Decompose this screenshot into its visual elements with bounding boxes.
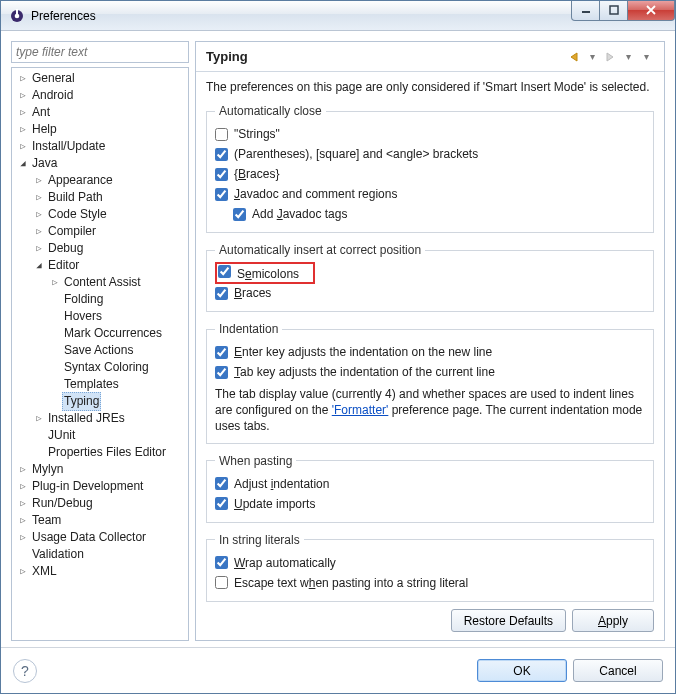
expand-icon[interactable]: ▷ [16, 512, 30, 529]
cb-enter[interactable] [215, 346, 228, 359]
tree-item-label: Typing [62, 392, 101, 411]
tree-item[interactable]: ▷Mylyn [12, 461, 188, 478]
tree-item[interactable]: Syntax Coloring [12, 359, 188, 376]
group-strings-legend: In string literals [215, 533, 304, 547]
expand-icon[interactable]: ▷ [16, 104, 30, 121]
cancel-button[interactable]: Cancel [573, 659, 663, 682]
titlebar: Preferences [1, 1, 675, 31]
apply-button[interactable]: Apply [572, 609, 654, 632]
tree-item[interactable]: ▷General [12, 70, 188, 87]
cb-parens[interactable] [215, 148, 228, 161]
tree-item[interactable]: Save Actions [12, 342, 188, 359]
tree-item[interactable]: Typing [12, 393, 188, 410]
expand-icon[interactable]: ▷ [16, 563, 30, 580]
cb-semicolons[interactable] [218, 265, 231, 278]
expand-icon[interactable]: ▷ [16, 529, 30, 546]
expand-icon[interactable]: ◢ [32, 257, 46, 274]
expand-icon[interactable]: ▷ [32, 223, 46, 240]
tree-item-label: Android [30, 87, 75, 104]
tree-item[interactable]: ▷Compiler [12, 223, 188, 240]
tree-item[interactable]: ▷Code Style [12, 206, 188, 223]
group-autoinsert-legend: Automatically insert at correct position [215, 243, 425, 257]
tree-item[interactable]: ▷Help [12, 121, 188, 138]
expand-icon[interactable]: ▷ [32, 206, 46, 223]
expand-icon[interactable]: ▷ [16, 478, 30, 495]
cb-update[interactable] [215, 497, 228, 510]
expand-icon[interactable]: ▷ [16, 495, 30, 512]
tree-item[interactable]: ▷Build Path [12, 189, 188, 206]
ok-button[interactable]: OK [477, 659, 567, 682]
expand-icon[interactable]: ▷ [32, 189, 46, 206]
formatter-link[interactable]: 'Formatter' [332, 403, 389, 417]
tree-item-label: Usage Data Collector [30, 529, 148, 546]
expand-icon[interactable]: ▷ [16, 138, 30, 155]
expand-icon[interactable]: ▷ [48, 274, 62, 291]
svg-rect-4 [610, 6, 618, 14]
cb-wrap[interactable] [215, 556, 228, 569]
tree-item-label: Help [30, 121, 59, 138]
tree-item[interactable]: ▷Installed JREs [12, 410, 188, 427]
tree-item[interactable]: ▷Debug [12, 240, 188, 257]
tree-item[interactable]: Templates [12, 376, 188, 393]
cb-javadoc[interactable] [215, 188, 228, 201]
group-autoclose-legend: Automatically close [215, 104, 326, 118]
tree-item[interactable]: ▷Plug-in Development [12, 478, 188, 495]
tree-item-label: XML [30, 563, 59, 580]
expand-icon[interactable]: ▷ [16, 121, 30, 138]
tree-item-label: Mylyn [30, 461, 65, 478]
tree-item[interactable]: ▷XML [12, 563, 188, 580]
cb-tab[interactable] [215, 366, 228, 379]
cb-adjust[interactable] [215, 477, 228, 490]
tree-item-label: Mark Occurrences [62, 325, 164, 342]
tree-item[interactable]: ▷Ant [12, 104, 188, 121]
tree-item[interactable]: Properties Files Editor [12, 444, 188, 461]
expand-icon[interactable]: ▷ [16, 70, 30, 87]
tree-item[interactable]: ▷Appearance [12, 172, 188, 189]
tree-item[interactable]: ◢Java [12, 155, 188, 172]
preferences-tree[interactable]: ▷General▷Android▷Ant▷Help▷Install/Update… [11, 67, 189, 641]
tree-item[interactable]: ▷Android [12, 87, 188, 104]
filter-input[interactable] [12, 42, 188, 62]
tree-item[interactable]: ▷Usage Data Collector [12, 529, 188, 546]
forward-menu-icon[interactable]: ▾ [620, 49, 636, 65]
tree-item-label: Ant [30, 104, 52, 121]
lbl-escape: Escape text when pasting into a string l… [234, 576, 468, 590]
cb-addtags[interactable] [233, 208, 246, 221]
page-buttons: Restore Defaults Apply [196, 609, 664, 640]
tree-item[interactable]: ▷Content Assist [12, 274, 188, 291]
tree-item[interactable]: ▷Run/Debug [12, 495, 188, 512]
expand-icon[interactable]: ▷ [16, 461, 30, 478]
tree-item[interactable]: Hovers [12, 308, 188, 325]
app-icon [9, 8, 25, 24]
cb-escape[interactable] [215, 576, 228, 589]
tree-item-label: Templates [62, 376, 121, 393]
expand-icon[interactable]: ◢ [16, 155, 30, 172]
tree-item[interactable]: Mark Occurrences [12, 325, 188, 342]
expand-icon[interactable]: ▷ [32, 240, 46, 257]
client-area: ▷General▷Android▷Ant▷Help▷Install/Update… [1, 31, 675, 647]
tree-item-label: Code Style [46, 206, 109, 223]
tree-item[interactable]: JUnit [12, 427, 188, 444]
expand-icon[interactable]: ▷ [32, 172, 46, 189]
view-menu-icon[interactable]: ▾ [638, 49, 654, 65]
tree-item[interactable]: ◢Editor [12, 257, 188, 274]
back-menu-icon[interactable]: ▾ [584, 49, 600, 65]
help-button[interactable]: ? [13, 659, 37, 683]
expand-icon[interactable]: ▷ [32, 410, 46, 427]
tree-item-label: General [30, 70, 77, 87]
maximize-button[interactable] [599, 1, 628, 21]
back-icon[interactable] [566, 49, 582, 65]
minimize-button[interactable] [571, 1, 600, 21]
cb-braces[interactable] [215, 168, 228, 181]
cb-strings[interactable] [215, 128, 228, 141]
tree-item[interactable]: ▷Team [12, 512, 188, 529]
cb-ibraces[interactable] [215, 287, 228, 300]
tree-item[interactable]: Validation [12, 546, 188, 563]
forward-icon[interactable] [602, 49, 618, 65]
tree-item[interactable]: ▷Install/Update [12, 138, 188, 155]
expand-icon[interactable]: ▷ [16, 87, 30, 104]
tree-item[interactable]: Folding [12, 291, 188, 308]
restore-defaults-button[interactable]: Restore Defaults [451, 609, 566, 632]
close-button[interactable] [627, 1, 675, 21]
group-indentation-legend: Indentation [215, 322, 282, 336]
